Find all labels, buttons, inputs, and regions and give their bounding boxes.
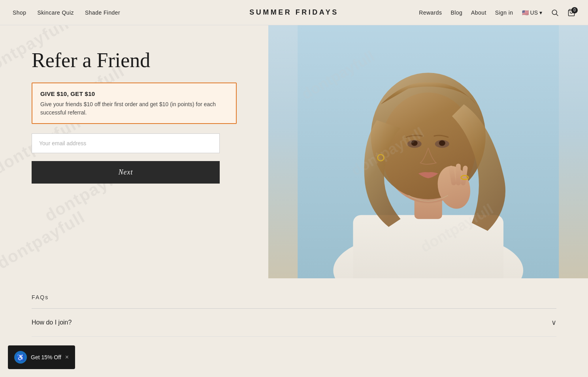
svg-point-12 bbox=[439, 140, 445, 146]
svg-rect-15 bbox=[456, 164, 460, 186]
faq-question: How do I join? bbox=[32, 319, 72, 326]
next-button[interactable]: Next bbox=[32, 161, 220, 184]
sign-in-link[interactable]: Sign in bbox=[495, 9, 513, 16]
blog-link[interactable]: Blog bbox=[450, 9, 462, 16]
promo-title: GIVE $10, GET $10 bbox=[40, 90, 228, 97]
nav-right: Rewards Blog About Sign in 🇺🇸 US ▾ 0 bbox=[419, 9, 575, 17]
flag-label: US bbox=[530, 9, 538, 16]
cart-count: 0 bbox=[571, 7, 578, 13]
brand-logo[interactable]: SUMMER FRIDAYS bbox=[249, 8, 338, 17]
bottom-section: FAQs How do I join? ∨ bbox=[0, 278, 588, 337]
chevron-down-icon: ▾ bbox=[539, 9, 542, 16]
nav-left: Shop Skincare Quiz Shade Finder bbox=[13, 9, 120, 16]
accessibility-icon: ♿ bbox=[17, 354, 24, 361]
toast-text: Get 15% Off bbox=[31, 354, 61, 360]
toast-close-button[interactable]: × bbox=[65, 354, 69, 361]
chevron-down-icon: ∨ bbox=[551, 318, 556, 327]
email-input[interactable] bbox=[32, 133, 220, 153]
left-panel: dontpayfull dontpayfull dontpayfull dont… bbox=[0, 25, 268, 278]
rewards-link[interactable]: Rewards bbox=[419, 9, 442, 16]
navigation: Shop Skincare Quiz Shade Finder SUMMER F… bbox=[0, 0, 588, 25]
toast-bar: ♿ Get 15% Off × bbox=[8, 345, 75, 369]
about-link[interactable]: About bbox=[471, 9, 486, 16]
flag-icon: 🇺🇸 bbox=[522, 9, 529, 16]
faqs-title: FAQs bbox=[32, 294, 556, 300]
svg-line-1 bbox=[556, 14, 558, 16]
left-content: Refer a Friend GIVE $10, GET $10 Give yo… bbox=[32, 49, 237, 184]
main-content: dontpayfull dontpayfull dontpayfull dont… bbox=[0, 25, 588, 278]
language-selector[interactable]: 🇺🇸 US ▾ bbox=[522, 9, 542, 16]
woman-portrait: dontpayfull dontpayfull dontpayfull bbox=[268, 25, 588, 278]
skincare-quiz-link[interactable]: Skincare Quiz bbox=[37, 9, 74, 16]
promo-description: Give your friends $10 off their first or… bbox=[40, 100, 228, 117]
faq-item[interactable]: How do I join? ∨ bbox=[32, 309, 556, 337]
page-title: Refer a Friend bbox=[32, 49, 237, 71]
svg-point-0 bbox=[552, 10, 557, 15]
shop-link[interactable]: Shop bbox=[13, 9, 26, 16]
right-panel: dontpayfull dontpayfull dontpayfull bbox=[268, 25, 588, 278]
accessibility-button[interactable]: ♿ bbox=[14, 351, 27, 364]
cart-icon[interactable]: 0 bbox=[567, 9, 575, 17]
promo-box: GIVE $10, GET $10 Give your friends $10 … bbox=[32, 83, 237, 124]
search-icon[interactable] bbox=[551, 9, 559, 17]
shade-finder-link[interactable]: Shade Finder bbox=[85, 9, 120, 16]
